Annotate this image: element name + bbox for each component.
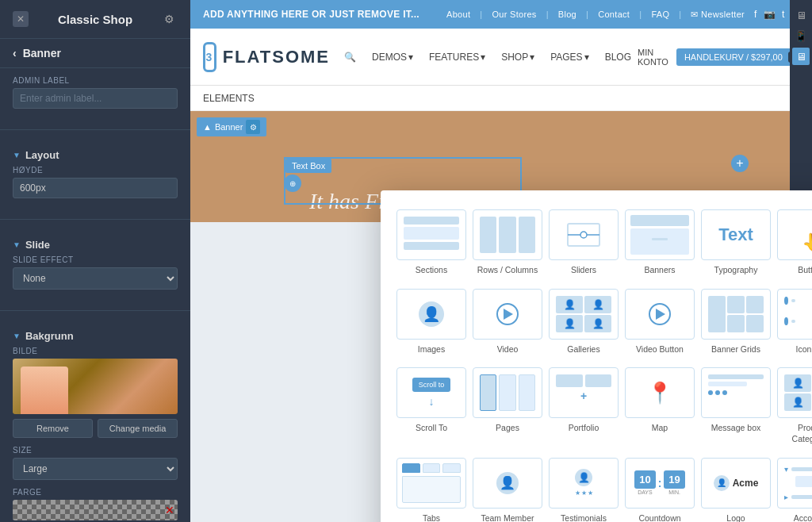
portfolio-label: Portfolio xyxy=(569,423,599,434)
bg-icon-box xyxy=(701,289,771,340)
element-scroll-to[interactable]: Scroll to ↓ Scroll To xyxy=(396,367,466,444)
nav-faq[interactable]: FAQ xyxy=(651,10,669,19)
layout-section-title[interactable]: ▼ Layout xyxy=(13,143,178,166)
element-accordion[interactable]: ▾ ▸ Accordion xyxy=(777,458,812,522)
admin-label-input[interactable] xyxy=(13,88,178,109)
typography-icon-box: Text xyxy=(701,209,771,260)
nav-blog[interactable]: Blog xyxy=(558,10,576,19)
close-button[interactable]: ✕ xyxy=(13,11,29,27)
sliders-svg xyxy=(565,221,603,249)
add-element-button[interactable]: + xyxy=(731,155,749,172)
height-field: HØYDE xyxy=(13,166,178,198)
monitor-view-icon[interactable]: 🖥 xyxy=(792,48,810,65)
farge-field: FARGE ✕ xyxy=(13,488,178,520)
tablet-view-icon[interactable]: 📱 xyxy=(792,27,810,44)
nav-shop[interactable]: SHOP ▾ xyxy=(495,48,541,66)
element-banners[interactable]: Banners xyxy=(625,209,695,276)
element-portfolio[interactable]: + Portfolio xyxy=(549,367,619,444)
element-message-box[interactable]: Message box xyxy=(701,367,771,444)
element-logo[interactable]: 👤 Acme Logo xyxy=(701,458,771,522)
element-banner-grids[interactable]: Banner Grids xyxy=(701,289,771,355)
nav-demos[interactable]: DEMOS ▾ xyxy=(366,48,419,66)
nav-newsletter[interactable]: ✉ Newsletter xyxy=(691,10,745,20)
element-typography[interactable]: Text Typography xyxy=(701,209,771,276)
nav-our-stores[interactable]: Our Stores xyxy=(492,10,536,19)
tabs-icon-box xyxy=(396,458,466,509)
element-rows-columns[interactable]: Rows / Columns xyxy=(473,209,542,276)
banner-settings-icon[interactable]: ⚙ xyxy=(246,120,260,134)
typography-icon: Text xyxy=(702,210,770,259)
elements-nav-item[interactable]: ELEMENTS xyxy=(203,93,255,104)
twitter-icon[interactable]: t xyxy=(782,9,785,20)
nav-search-icon[interactable]: 🔍 xyxy=(338,48,362,66)
element-product-categories[interactable]: 👤 👤 👤 👤 ProductCategories xyxy=(777,367,812,444)
bilde-person-shape xyxy=(21,367,68,414)
desktop-view-icon[interactable]: 🖥 xyxy=(792,6,810,24)
element-sections[interactable]: Sections xyxy=(396,209,466,276)
element-countdown[interactable]: 10 DAYS : 19 MIN. Countdown xyxy=(625,458,695,522)
farge-swatch[interactable]: ✕ xyxy=(13,500,178,520)
banner-up-arrow: ▲ xyxy=(203,122,212,132)
site-logo[interactable]: FLATSOME xyxy=(203,42,330,72)
element-testimonials[interactable]: 👤 ★ ★ ★ Testimonials xyxy=(549,458,619,522)
map-pin-icon: 📍 xyxy=(647,381,672,405)
banners-label: Banners xyxy=(644,265,675,276)
height-input[interactable] xyxy=(13,178,178,198)
scrollto-box-icon: Scroll to xyxy=(412,378,451,392)
element-team-member[interactable]: 👤 Team Member xyxy=(473,458,542,522)
vb-label: Video Button xyxy=(636,344,684,355)
video-triangle xyxy=(504,309,513,320)
features-label: FEATURES xyxy=(429,52,479,63)
sidebar-title: Classic Shop xyxy=(58,13,132,26)
nav-blog[interactable]: BLOG xyxy=(599,48,638,66)
nav-features[interactable]: FEATURES ▾ xyxy=(423,48,492,66)
size-select[interactable]: Large xyxy=(13,458,178,480)
element-buttons[interactable]: 👆 Buttons xyxy=(777,209,812,276)
nav-pages[interactable]: PAGES ▾ xyxy=(544,48,595,66)
layout-arrow-icon: ▼ xyxy=(13,151,21,159)
text-box-anchor[interactable]: ⊕ xyxy=(284,175,301,192)
banners-lines xyxy=(652,238,668,246)
nav-about[interactable]: About xyxy=(446,10,470,19)
settings-icon[interactable]: ⚙ xyxy=(162,11,178,27)
element-map[interactable]: 📍 Map xyxy=(625,367,695,444)
team-label: Team Member xyxy=(481,513,534,522)
element-video[interactable]: Video xyxy=(473,289,542,355)
facebook-icon[interactable]: f xyxy=(754,9,757,20)
rows-icon xyxy=(473,210,542,259)
accordion-icon-box: ▾ ▸ xyxy=(777,458,812,509)
element-pages[interactable]: Pages xyxy=(473,367,542,444)
vb-icon xyxy=(626,290,694,339)
element-sliders[interactable]: Sliders xyxy=(549,209,619,276)
account-link[interactable]: MIN KONTO xyxy=(638,48,668,67)
nav-contact[interactable]: Contact xyxy=(598,10,630,19)
sliders-icon xyxy=(550,210,618,259)
element-tabs[interactable]: Tabs xyxy=(396,458,466,522)
blog-label: BLOG xyxy=(605,52,631,63)
bakgrunn-section-title[interactable]: ▼ Bakgrunn xyxy=(13,324,178,347)
test-icon: 👤 ★ ★ ★ xyxy=(550,459,618,508)
scrollto-icon-box: Scroll to ↓ xyxy=(396,367,466,418)
banner-label[interactable]: ▲ Banner ⚙ xyxy=(197,117,266,136)
countdown-min-box: 19 xyxy=(664,470,684,489)
element-images[interactable]: 👤 Images xyxy=(396,289,466,355)
elements-row-1: Sections Rows / Columns xyxy=(396,209,812,276)
cart-button[interactable]: HANDLEKURV / $297,00 6 xyxy=(676,48,809,66)
element-icon-box[interactable]: Icon Box xyxy=(777,289,812,355)
element-video-button[interactable]: Video Button xyxy=(625,289,695,355)
prodcat-label: ProductCategories xyxy=(792,423,812,444)
admin-label-text: ADMIN LABEL xyxy=(13,76,178,85)
vb-play-icon xyxy=(649,303,671,325)
back-navigation[interactable]: ‹ Banner xyxy=(0,39,190,68)
instagram-icon[interactable]: 📷 xyxy=(764,9,776,20)
images-icon-box: 👤 xyxy=(396,289,466,340)
element-galleries[interactable]: 👤 👤 👤 👤 Galleries xyxy=(549,289,619,355)
slide-effect-select[interactable]: None xyxy=(13,267,178,290)
remove-media-button[interactable]: Remove xyxy=(13,419,93,438)
change-media-button[interactable]: Change media xyxy=(98,419,178,438)
accordion-label: Accordion xyxy=(794,513,812,522)
slide-section-title[interactable]: ▼ Slide xyxy=(13,232,178,255)
text-box-label[interactable]: Text Box xyxy=(285,159,331,173)
buttons-icon: 👆 xyxy=(778,210,812,259)
scrollto-icon: Scroll to ↓ xyxy=(397,368,465,417)
